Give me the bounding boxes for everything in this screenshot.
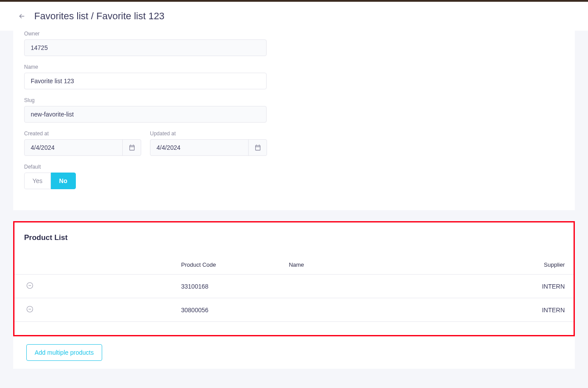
remove-icon[interactable] [26, 282, 34, 289]
table-cell-remove [14, 275, 172, 298]
slug-group: Slug [24, 97, 267, 123]
table-cell-supplier: INTERN [491, 275, 574, 298]
breadcrumb: Favorites list / Favorite list 123 [34, 11, 164, 22]
table-row: 33100168 INTERN [14, 275, 574, 298]
owner-field [24, 39, 267, 56]
created-group: Created at [24, 131, 141, 156]
main-content: Owner Name Slug Created at [0, 31, 588, 382]
back-arrow-icon[interactable] [18, 12, 26, 21]
table-cell-supplier: INTERN [491, 298, 574, 322]
default-label: Default [24, 164, 76, 170]
table-cell-product-code: 30800056 [172, 298, 280, 322]
created-date-wrapper [24, 139, 141, 156]
table-row: 30800056 INTERN [14, 298, 574, 322]
add-multiple-products-button[interactable]: Add multiple products [26, 344, 102, 361]
product-list-section: Product List Product Code Name Supplier [13, 221, 575, 336]
updated-date-wrapper [150, 139, 267, 156]
calendar-icon[interactable] [122, 140, 141, 155]
name-field[interactable] [24, 73, 267, 89]
created-field [25, 140, 122, 155]
created-label: Created at [24, 131, 141, 137]
table-header-name: Name [280, 255, 491, 275]
table-cell-name [280, 298, 491, 322]
default-no-button[interactable]: No [51, 173, 76, 189]
product-list-title: Product List [14, 233, 574, 242]
product-table: Product Code Name Supplier 33100168 INTE… [14, 255, 574, 322]
default-yes-button[interactable]: Yes [24, 173, 51, 189]
updated-group: Updated at [150, 131, 267, 156]
calendar-icon[interactable] [248, 140, 267, 155]
slug-field [24, 106, 267, 123]
page-header: Favorites list / Favorite list 123 [0, 2, 588, 31]
table-cell-product-code: 33100168 [172, 275, 280, 298]
table-header-product-code: Product Code [172, 255, 280, 275]
name-group: Name [24, 64, 267, 89]
owner-group: Owner [24, 31, 267, 56]
table-header-supplier: Supplier [491, 255, 574, 275]
owner-label: Owner [24, 31, 267, 37]
table-header-row: Product Code Name Supplier [14, 255, 574, 275]
table-cell-name [280, 275, 491, 298]
table-cell-remove [14, 298, 172, 322]
remove-icon[interactable] [26, 305, 34, 313]
name-label: Name [24, 64, 267, 70]
add-button-wrapper: Add multiple products [13, 336, 575, 369]
default-group: Default Yes No [24, 164, 76, 189]
updated-label: Updated at [150, 131, 267, 137]
updated-field [150, 140, 248, 155]
default-toggle: Yes No [24, 173, 76, 189]
table-header-remove [14, 255, 172, 275]
form-card: Owner Name Slug Created at [13, 31, 575, 210]
slug-label: Slug [24, 97, 267, 103]
spacer [0, 210, 588, 221]
